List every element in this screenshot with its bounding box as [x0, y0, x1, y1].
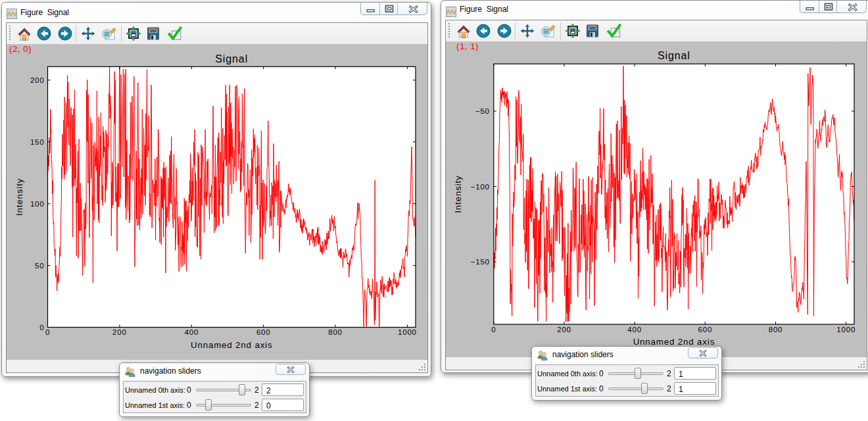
svg-text:800: 800: [769, 326, 783, 334]
svg-text:Unnamed 2nd axis: Unnamed 2nd axis: [191, 340, 272, 350]
svg-text:Signal: Signal: [215, 53, 248, 64]
svg-text:200: 200: [30, 76, 45, 84]
svg-text:200: 200: [112, 328, 127, 336]
svg-text:800: 800: [328, 328, 343, 336]
svg-text:200: 200: [557, 326, 571, 334]
svg-text:0: 0: [491, 326, 496, 334]
svg-text:100: 100: [30, 200, 45, 208]
svg-text:1000: 1000: [836, 326, 856, 334]
svg-text:Intensity: Intensity: [14, 178, 24, 216]
svg-text:400: 400: [627, 326, 642, 334]
svg-text:50: 50: [35, 262, 44, 270]
svg-text:600: 600: [256, 328, 271, 336]
svg-text:400: 400: [185, 328, 199, 336]
svg-text:0: 0: [39, 324, 44, 332]
svg-text:Intensity: Intensity: [453, 176, 463, 213]
svg-text:150: 150: [30, 138, 45, 146]
svg-text:−50: −50: [475, 107, 490, 115]
svg-text:Unnamed 2nd axis: Unnamed 2nd axis: [633, 337, 715, 347]
svg-text:600: 600: [698, 326, 713, 334]
svg-text:1000: 1000: [398, 328, 417, 336]
svg-text:0: 0: [45, 328, 50, 336]
svg-text:Signal: Signal: [658, 50, 690, 61]
svg-text:−150: −150: [471, 258, 490, 266]
svg-text:−100: −100: [471, 183, 490, 191]
